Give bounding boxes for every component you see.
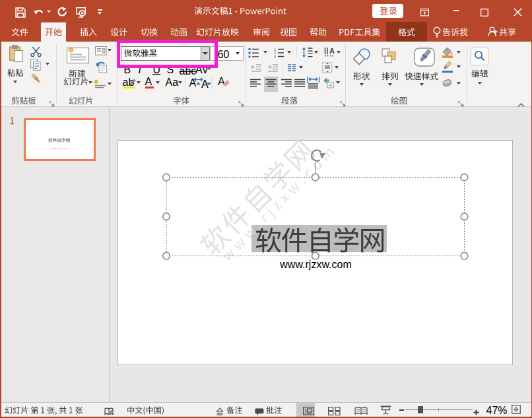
svg-text:1: 1	[274, 47, 276, 51]
svg-text:A: A	[329, 47, 335, 55]
svg-text:3: 3	[274, 54, 276, 58]
svg-text:2: 2	[274, 51, 276, 55]
